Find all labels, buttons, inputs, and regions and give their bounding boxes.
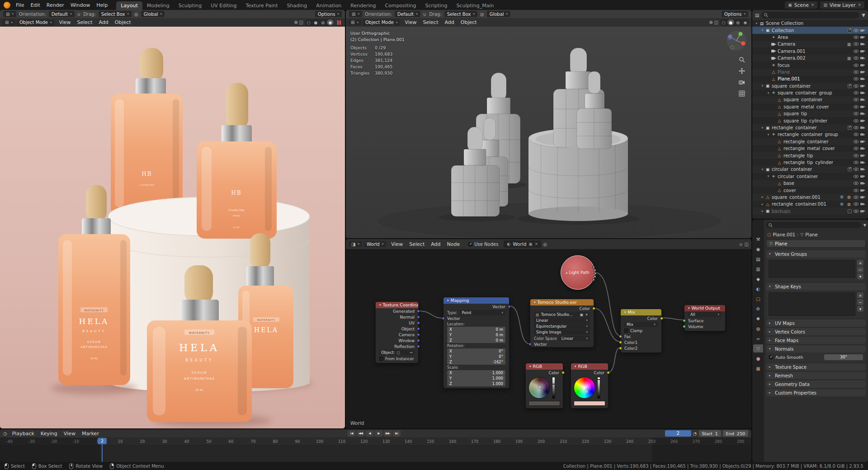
options-dropdown[interactable]: Options: [722, 11, 748, 17]
panel-header-uv-maps[interactable]: ▸UV Maps: [766, 320, 866, 327]
workspace-tab-compositing[interactable]: Compositing: [381, 1, 421, 10]
outliner-row-camera[interactable]: Camera: [752, 41, 868, 47]
clamp-checkbox[interactable]: [624, 329, 628, 333]
remove-view-layer-icon[interactable]: ✕: [858, 3, 861, 7]
outliner-row-camera-001[interactable]: Camera.001: [752, 48, 868, 55]
properties-tab-view-layer[interactable]: ▥: [753, 265, 763, 273]
from-instancer-toggle[interactable]: From Instancer: [376, 356, 418, 362]
disclosure-triangle[interactable]: ▾: [760, 28, 765, 32]
socket-output[interactable]: [594, 275, 596, 278]
location-y-field[interactable]: Y0 m: [447, 332, 505, 338]
socket-output-uv[interactable]: [417, 321, 420, 324]
workspace-tab-rendering[interactable]: Rendering: [346, 1, 380, 10]
viewport-right[interactable]: ⊞ Orientation: Default ∪ Drag: Select Bo…: [346, 10, 751, 238]
playhead[interactable]: 2: [102, 437, 103, 462]
node-rgb-2[interactable]: ▾RGB Color: [571, 363, 609, 409]
menu-view[interactable]: View: [388, 241, 406, 248]
outliner-row-circular-container[interactable]: ▾circular_container: [752, 173, 868, 180]
snap-magnet-icon[interactable]: ∪: [77, 12, 80, 17]
rotation-z-field[interactable]: Z-162°: [447, 359, 505, 365]
exclude-checkbox[interactable]: [848, 28, 852, 33]
scale-z-field[interactable]: Z1.000: [447, 381, 505, 386]
show-gizmo-icon[interactable]: ⊕: [709, 20, 712, 25]
node-mapping[interactable]: ▾Mapping Vector Type:Point Vector Locati…: [443, 297, 509, 389]
specials-menu-button[interactable]: ▾: [857, 273, 863, 279]
disable-in-renders-icon[interactable]: [860, 168, 865, 171]
remove-button[interactable]: −: [857, 299, 863, 305]
workspace-tab-layout[interactable]: Layout: [116, 1, 142, 10]
menu-add[interactable]: Add: [428, 241, 443, 248]
hide-in-viewport-icon[interactable]: [854, 140, 859, 143]
auto-smooth-angle-field[interactable]: 30°: [824, 354, 863, 360]
menu-file[interactable]: File: [13, 2, 27, 9]
hide-in-viewport-icon[interactable]: [854, 168, 859, 171]
shading-material-icon[interactable]: ◍: [735, 19, 741, 25]
use-nodes-checkbox[interactable]: [468, 242, 472, 246]
overlay-icon[interactable]: ◫: [745, 242, 749, 247]
node-link[interactable]: [662, 318, 684, 320]
hide-in-viewport-icon[interactable]: [854, 126, 859, 129]
hide-in-viewport-icon[interactable]: [854, 70, 859, 74]
timeline[interactable]: ◷ PlaybackKeyingViewMarker |◀◀◀◀▶▶▶▶| 2 …: [0, 429, 751, 462]
menu-keying[interactable]: Keying: [38, 430, 61, 437]
list-box[interactable]: [769, 292, 855, 316]
hide-in-viewport-icon[interactable]: [854, 85, 859, 88]
socket-output[interactable]: [592, 278, 595, 281]
node-header[interactable]: ▾RGB: [571, 363, 608, 370]
socket-output-normal[interactable]: [417, 315, 420, 319]
shader-type-dropdown[interactable]: World: [364, 241, 386, 247]
image-datablock-field[interactable]: ▨Tomoco Studio...▣✕: [534, 312, 590, 317]
socket-output-generated[interactable]: [417, 310, 420, 313]
outliner-row-rectangle-container-group[interactable]: ▾rectangle_container_group: [752, 131, 868, 138]
snapping-icon[interactable]: ∪: [739, 242, 742, 247]
outliner-row-square-container[interactable]: square_container: [752, 96, 868, 103]
object-field[interactable]: Object:▢✑: [379, 350, 415, 355]
workspace-tab-scripting[interactable]: Scripting: [420, 1, 452, 10]
properties-tab-physics[interactable]: ◍: [753, 324, 763, 333]
editor-type-dropdown[interactable]: ⊞: [2, 19, 15, 26]
socket-output-color[interactable]: [561, 371, 565, 374]
node-header[interactable]: ▾Mapping: [443, 297, 509, 304]
transform-pivot-dropdown[interactable]: Global: [141, 11, 165, 17]
auto-smooth-checkbox[interactable]: [769, 355, 773, 359]
toggle-grid-icon[interactable]: [739, 90, 745, 97]
node-header[interactable]: ▾Texture Coordinate: [376, 302, 418, 308]
location-z-field[interactable]: Z0 m: [447, 338, 505, 343]
properties-tab-tool[interactable]: ⚒: [753, 235, 763, 243]
timeline-ruler[interactable]: -40-30-20-100102030405060708090100110120…: [0, 437, 751, 446]
disclosure-triangle[interactable]: ▾: [754, 22, 759, 25]
hide-in-viewport-icon[interactable]: [854, 182, 859, 185]
exclude-checkbox[interactable]: [848, 209, 852, 213]
disable-in-renders-icon[interactable]: [860, 140, 865, 143]
node-environment-texture[interactable]: ▾Tomoco Studio.exr Color ▨Tomoco Studio.…: [530, 299, 594, 348]
editor-type-dropdown[interactable]: ⊞: [348, 19, 361, 26]
menu-edit[interactable]: Edit: [27, 2, 43, 9]
target-dropdown[interactable]: All: [688, 312, 722, 317]
hide-in-viewport-icon[interactable]: [854, 154, 859, 157]
hide-in-viewport-icon[interactable]: [854, 29, 859, 32]
hide-in-viewport-icon[interactable]: [854, 105, 859, 108]
color-wheel[interactable]: [574, 377, 595, 399]
disable-in-renders-icon[interactable]: [860, 210, 865, 213]
current-frame-field[interactable]: 2: [665, 430, 691, 437]
node-link[interactable]: [509, 306, 530, 344]
panel-header-vertex-colors[interactable]: ▸Vertex Colors: [766, 328, 866, 335]
disclosure-triangle[interactable]: ▸: [760, 195, 765, 199]
outliner-row-square-container-001[interactable]: ▸square_container.001: [752, 194, 868, 201]
panel-header-geometry-data[interactable]: ▸Geometry Data: [766, 381, 866, 388]
node-link[interactable]: [594, 308, 620, 342]
color-wheel[interactable]: [528, 377, 550, 399]
editor-type-dropdown[interactable]: ◨: [349, 241, 362, 247]
shader-editor[interactable]: ◨ World ViewSelectAddNode Use Nodes ◐ Wo…: [346, 239, 751, 428]
disable-in-renders-icon[interactable]: [860, 29, 865, 32]
socket-input-vector[interactable]: [442, 317, 445, 320]
shading-wireframe-icon[interactable]: ○: [720, 19, 727, 25]
properties-tab-scene[interactable]: ◆: [753, 275, 763, 283]
node-light-path[interactable]: ▸ Light Path: [561, 255, 595, 290]
disable-in-renders-icon[interactable]: [860, 154, 865, 157]
scale-y-field[interactable]: Y1.000: [447, 376, 505, 381]
eyedropper-icon[interactable]: ✑: [410, 351, 413, 355]
menu-playback[interactable]: Playback: [9, 430, 38, 437]
play-button[interactable]: ▶: [374, 430, 382, 437]
hide-in-viewport-icon[interactable]: [854, 98, 859, 101]
